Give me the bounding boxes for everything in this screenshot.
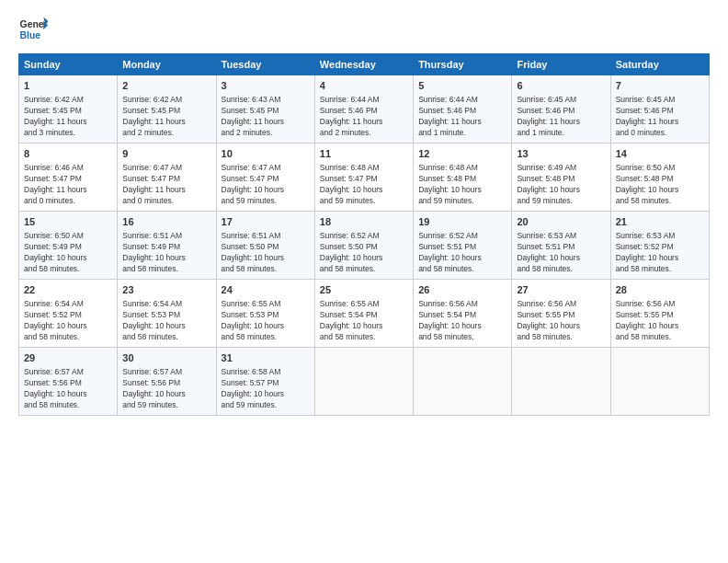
calendar-row-0: 1Sunrise: 6:42 AMSunset: 5:45 PMDaylight…	[19, 75, 710, 144]
day-number: 12	[418, 147, 506, 161]
calendar-cell: 6Sunrise: 6:45 AMSunset: 5:46 PMDaylight…	[512, 75, 610, 144]
cell-text: Sunrise: 6:54 AMSunset: 5:52 PMDaylight:…	[24, 299, 112, 343]
day-number: 20	[517, 215, 605, 229]
day-number: 24	[222, 283, 310, 297]
col-header-tuesday: Tuesday	[216, 54, 314, 75]
day-number: 18	[320, 215, 408, 229]
calendar-cell: 22Sunrise: 6:54 AMSunset: 5:52 PMDayligh…	[19, 279, 118, 347]
cell-text: Sunrise: 6:44 AMSunset: 5:46 PMDaylight:…	[320, 95, 408, 139]
col-header-monday: Monday	[118, 54, 216, 75]
cell-text: Sunrise: 6:47 AMSunset: 5:47 PMDaylight:…	[222, 163, 310, 207]
calendar-row-4: 29Sunrise: 6:57 AMSunset: 5:56 PMDayligh…	[19, 347, 710, 415]
calendar-cell: 9Sunrise: 6:47 AMSunset: 5:47 PMDaylight…	[118, 143, 216, 211]
calendar-cell: 28Sunrise: 6:56 AMSunset: 5:55 PMDayligh…	[610, 279, 709, 347]
day-number: 2	[122, 79, 210, 93]
day-number: 15	[24, 215, 112, 229]
day-number: 17	[222, 215, 310, 229]
day-number: 3	[222, 79, 310, 93]
cell-text: Sunrise: 6:57 AMSunset: 5:56 PMDaylight:…	[24, 367, 112, 411]
cell-text: Sunrise: 6:55 AMSunset: 5:53 PMDaylight:…	[222, 299, 310, 343]
calendar-cell: 20Sunrise: 6:53 AMSunset: 5:51 PMDayligh…	[512, 211, 610, 279]
calendar-cell: 7Sunrise: 6:45 AMSunset: 5:46 PMDaylight…	[610, 75, 709, 144]
calendar-cell	[512, 347, 610, 415]
calendar-cell: 24Sunrise: 6:55 AMSunset: 5:53 PMDayligh…	[216, 279, 314, 347]
day-number: 7	[616, 79, 704, 93]
calendar-cell: 19Sunrise: 6:52 AMSunset: 5:51 PMDayligh…	[414, 211, 512, 279]
day-number: 10	[222, 147, 310, 161]
calendar-cell: 21Sunrise: 6:53 AMSunset: 5:52 PMDayligh…	[610, 211, 709, 279]
cell-text: Sunrise: 6:55 AMSunset: 5:54 PMDaylight:…	[320, 299, 408, 343]
day-number: 13	[517, 147, 605, 161]
col-header-sunday: Sunday	[19, 54, 118, 75]
calendar-cell	[314, 347, 413, 415]
day-number: 11	[320, 147, 408, 161]
day-number: 19	[418, 215, 506, 229]
col-header-wednesday: Wednesday	[314, 54, 413, 75]
day-number: 28	[616, 283, 704, 297]
cell-text: Sunrise: 6:48 AMSunset: 5:47 PMDaylight:…	[320, 163, 408, 207]
col-header-thursday: Thursday	[414, 54, 512, 75]
day-number: 27	[517, 283, 605, 297]
calendar-cell: 10Sunrise: 6:47 AMSunset: 5:47 PMDayligh…	[216, 143, 314, 211]
calendar-cell: 8Sunrise: 6:46 AMSunset: 5:47 PMDaylight…	[19, 143, 118, 211]
cell-text: Sunrise: 6:53 AMSunset: 5:51 PMDaylight:…	[517, 231, 605, 275]
cell-text: Sunrise: 6:56 AMSunset: 5:55 PMDaylight:…	[616, 299, 704, 343]
day-number: 9	[122, 147, 210, 161]
calendar-cell: 2Sunrise: 6:42 AMSunset: 5:45 PMDaylight…	[118, 75, 216, 144]
col-header-saturday: Saturday	[610, 54, 709, 75]
calendar-cell: 14Sunrise: 6:50 AMSunset: 5:48 PMDayligh…	[610, 143, 709, 211]
calendar-cell: 18Sunrise: 6:52 AMSunset: 5:50 PMDayligh…	[314, 211, 413, 279]
cell-text: Sunrise: 6:42 AMSunset: 5:45 PMDaylight:…	[122, 95, 210, 139]
cell-text: Sunrise: 6:51 AMSunset: 5:49 PMDaylight:…	[122, 231, 210, 275]
calendar-cell: 12Sunrise: 6:48 AMSunset: 5:48 PMDayligh…	[414, 143, 512, 211]
day-number: 22	[24, 283, 112, 297]
svg-text:Blue: Blue	[20, 30, 41, 40]
day-number: 21	[616, 215, 704, 229]
cell-text: Sunrise: 6:50 AMSunset: 5:48 PMDaylight:…	[616, 163, 704, 207]
day-number: 14	[616, 147, 704, 161]
calendar-cell: 26Sunrise: 6:56 AMSunset: 5:54 PMDayligh…	[414, 279, 512, 347]
cell-text: Sunrise: 6:56 AMSunset: 5:55 PMDaylight:…	[517, 299, 605, 343]
calendar-cell: 15Sunrise: 6:50 AMSunset: 5:49 PMDayligh…	[19, 211, 118, 279]
calendar-cell	[610, 347, 709, 415]
calendar-cell: 1Sunrise: 6:42 AMSunset: 5:45 PMDaylight…	[19, 75, 118, 144]
cell-text: Sunrise: 6:47 AMSunset: 5:47 PMDaylight:…	[122, 163, 210, 207]
col-header-friday: Friday	[512, 54, 610, 75]
calendar-cell: 5Sunrise: 6:44 AMSunset: 5:46 PMDaylight…	[414, 75, 512, 144]
cell-text: Sunrise: 6:58 AMSunset: 5:57 PMDaylight:…	[222, 367, 310, 411]
cell-text: Sunrise: 6:51 AMSunset: 5:50 PMDaylight:…	[222, 231, 310, 275]
cell-text: Sunrise: 6:53 AMSunset: 5:52 PMDaylight:…	[616, 231, 704, 275]
cell-text: Sunrise: 6:52 AMSunset: 5:51 PMDaylight:…	[418, 231, 506, 275]
day-number: 30	[122, 351, 210, 365]
day-number: 26	[418, 283, 506, 297]
calendar-row-1: 8Sunrise: 6:46 AMSunset: 5:47 PMDaylight…	[19, 143, 710, 211]
calendar-cell: 17Sunrise: 6:51 AMSunset: 5:50 PMDayligh…	[216, 211, 314, 279]
page: General Blue SundayMondayTuesdayWednesda…	[0, 0, 728, 563]
calendar-cell: 16Sunrise: 6:51 AMSunset: 5:49 PMDayligh…	[118, 211, 216, 279]
day-number: 16	[122, 215, 210, 229]
calendar-cell: 29Sunrise: 6:57 AMSunset: 5:56 PMDayligh…	[19, 347, 118, 415]
calendar-row-2: 15Sunrise: 6:50 AMSunset: 5:49 PMDayligh…	[19, 211, 710, 279]
cell-text: Sunrise: 6:45 AMSunset: 5:46 PMDaylight:…	[517, 95, 605, 139]
cell-text: Sunrise: 6:46 AMSunset: 5:47 PMDaylight:…	[24, 163, 112, 207]
day-number: 8	[24, 147, 112, 161]
day-number: 23	[122, 283, 210, 297]
cell-text: Sunrise: 6:45 AMSunset: 5:46 PMDaylight:…	[616, 95, 704, 139]
day-number: 29	[24, 351, 112, 365]
cell-text: Sunrise: 6:42 AMSunset: 5:45 PMDaylight:…	[24, 95, 112, 139]
calendar-cell	[414, 347, 512, 415]
calendar-table: SundayMondayTuesdayWednesdayThursdayFrid…	[18, 53, 710, 416]
cell-text: Sunrise: 6:49 AMSunset: 5:48 PMDaylight:…	[517, 163, 605, 207]
header: General Blue	[18, 15, 710, 44]
day-number: 5	[418, 79, 506, 93]
cell-text: Sunrise: 6:52 AMSunset: 5:50 PMDaylight:…	[320, 231, 408, 275]
calendar-cell: 30Sunrise: 6:57 AMSunset: 5:56 PMDayligh…	[118, 347, 216, 415]
day-number: 25	[320, 283, 408, 297]
day-number: 6	[517, 79, 605, 93]
cell-text: Sunrise: 6:43 AMSunset: 5:45 PMDaylight:…	[222, 95, 310, 139]
cell-text: Sunrise: 6:56 AMSunset: 5:54 PMDaylight:…	[418, 299, 506, 343]
logo: General Blue	[18, 15, 51, 44]
calendar-cell: 13Sunrise: 6:49 AMSunset: 5:48 PMDayligh…	[512, 143, 610, 211]
cell-text: Sunrise: 6:50 AMSunset: 5:49 PMDaylight:…	[24, 231, 112, 275]
calendar-row-3: 22Sunrise: 6:54 AMSunset: 5:52 PMDayligh…	[19, 279, 710, 347]
